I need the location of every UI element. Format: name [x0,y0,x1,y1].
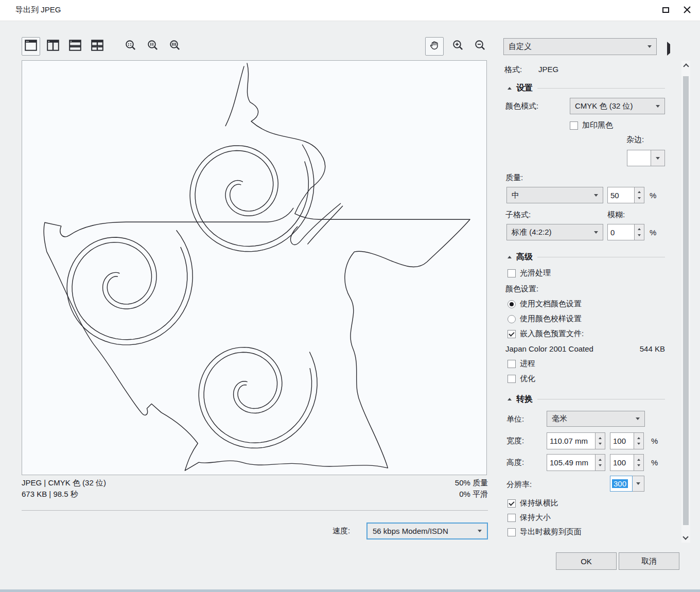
zoom-in-button[interactable] [449,37,467,56]
zoom-1to1-button[interactable] [144,37,162,56]
height-percent-spinner[interactable]: 100 [610,454,644,471]
use-document-color-label: 使用文档颜色设置 [520,299,582,309]
progressive-checkbox[interactable] [507,360,516,368]
section-advanced-header[interactable]: 高级 [507,252,665,263]
crop-to-page-option[interactable]: 导出时裁剪到页面 [507,527,582,537]
overprint-black-option[interactable]: 加印黑色 [570,120,613,130]
crop-to-page-checkbox[interactable] [507,528,516,536]
preview-four-panes-button[interactable] [88,37,107,56]
spinner-up-icon[interactable] [637,437,640,439]
blur-spinner[interactable]: 0 [607,224,644,240]
height-percent-value[interactable]: 100 [610,454,634,471]
color-profile-size: 544 KB [640,344,665,353]
zoom-1to1-icon [147,40,159,53]
section-transform-title: 转换 [516,394,533,405]
spinner-buttons[interactable] [596,454,605,471]
zoom-to-fit-button[interactable] [166,37,184,56]
spinner-down-icon[interactable] [638,197,641,199]
spinner-buttons[interactable] [634,432,644,449]
spinner-down-icon[interactable] [638,234,641,236]
scroll-down-icon[interactable] [682,534,688,539]
spinner-down-icon[interactable] [599,443,602,445]
section-divider [537,257,665,257]
spinner-up-icon[interactable] [637,459,640,461]
keep-aspect-label: 保持纵横比 [520,498,558,508]
optimize-checkbox[interactable] [507,375,516,383]
preset-dropdown[interactable]: 自定义 [503,38,657,55]
spinner-down-icon[interactable] [637,443,640,445]
preview-single-pane-button[interactable] [22,37,40,56]
hand-icon [429,40,440,53]
pan-tool-button[interactable] [425,37,444,56]
keep-aspect-option[interactable]: 保持纵横比 [507,498,558,508]
spinner-buttons[interactable] [596,432,605,449]
unit-dropdown[interactable]: 毫米 [547,411,645,427]
embed-profile-option[interactable]: 嵌入颜色预置文件: [507,329,584,339]
spinner-down-icon[interactable] [599,464,602,466]
quality-dropdown[interactable]: 中 [506,187,603,203]
scrollbar-thumb[interactable] [683,76,689,525]
overprint-black-checkbox[interactable] [570,121,578,130]
progressive-option[interactable]: 进程 [507,359,535,369]
resolution-value: 300 [612,479,628,488]
width-spinner[interactable]: 110.07 mm [547,432,605,449]
matte-color-swatch[interactable] [627,150,651,166]
blur-label: 模糊: [607,210,625,220]
close-icon[interactable] [682,5,692,14]
optimize-option[interactable]: 优化 [507,374,535,384]
width-value[interactable]: 110.07 mm [547,432,596,449]
cancel-button[interactable]: 取消 [619,552,679,570]
use-document-color-radio[interactable] [507,300,516,308]
height-value[interactable]: 105.49 mm [547,454,596,471]
smoothing-checkbox[interactable] [507,269,516,277]
spinner-up-icon[interactable] [599,437,602,439]
resolution-combo[interactable]: 300 [610,476,644,492]
maximize-icon[interactable] [662,7,669,13]
matte-dropdown-button[interactable] [651,150,665,166]
keep-size-checkbox[interactable] [507,514,516,522]
zoom-to-selected-button[interactable] [121,37,140,56]
section-transform-header[interactable]: 转换 [507,394,665,405]
preset-flyout-button[interactable] [667,44,670,54]
two-horizontal-panes-icon [69,40,81,53]
smoothing-option[interactable]: 光滑处理 [507,268,551,278]
swirl-star-drawing [22,61,486,475]
spinner-up-icon[interactable] [638,228,641,230]
preview-canvas[interactable] [22,60,487,475]
use-proof-color-option[interactable]: 使用颜色校样设置 [507,314,582,324]
spinner-buttons[interactable] [634,454,644,471]
preview-two-horizontal-panes-button[interactable] [66,37,84,56]
zoom-out-button[interactable] [471,37,489,56]
preview-two-vertical-panes-button[interactable] [44,37,62,56]
subformat-value: 标准 (4:2:2) [512,228,552,237]
spinner-up-icon[interactable] [599,459,602,461]
color-mode-dropdown[interactable]: CMYK 色 (32 位) [570,98,665,114]
resolution-dropdown-button[interactable] [633,476,644,492]
resolution-input[interactable]: 300 [610,476,633,492]
spinner-buttons[interactable] [635,187,644,203]
quality-percent-value[interactable]: 50 [607,187,635,203]
use-proof-color-radio[interactable] [507,315,516,323]
scroll-up-icon[interactable] [683,63,689,69]
ok-button[interactable]: OK [556,552,617,570]
collapse-icon [507,87,512,90]
embed-profile-checkbox[interactable] [507,330,516,338]
use-proof-color-label: 使用颜色校样设置 [520,314,582,324]
subformat-dropdown[interactable]: 标准 (4:2:2) [506,224,603,240]
matte-color-picker[interactable] [627,150,665,166]
spinner-up-icon[interactable] [638,191,641,193]
spinner-down-icon[interactable] [637,464,640,466]
width-percent-value[interactable]: 100 [610,432,634,449]
keep-size-option[interactable]: 保持大小 [507,513,551,523]
width-percent-spinner[interactable]: 100 [610,432,644,449]
height-spinner[interactable]: 105.49 mm [547,454,605,471]
panel-scrollbar[interactable] [681,61,690,543]
blur-value[interactable]: 0 [607,224,635,240]
use-document-color-option[interactable]: 使用文档颜色设置 [507,299,582,309]
section-settings-header[interactable]: 设置 [507,83,665,94]
zoom-out-icon [475,40,486,53]
quality-percent-spinner[interactable]: 50 [607,187,644,203]
keep-aspect-checkbox[interactable] [507,499,516,508]
spinner-buttons[interactable] [635,224,644,240]
speed-dropdown[interactable]: 56 kbps Modem/ISDN [366,523,488,539]
